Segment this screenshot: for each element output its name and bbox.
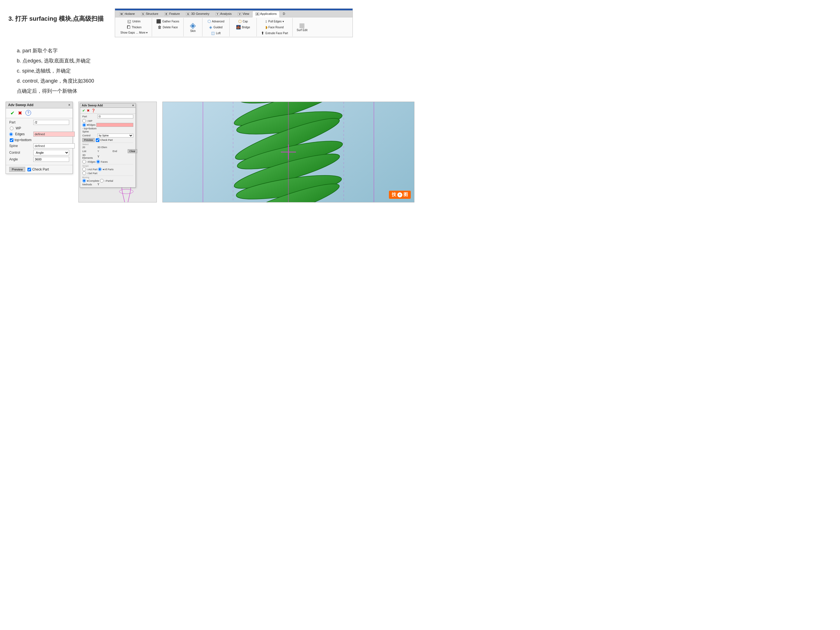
cap-button[interactable]: ⬡ Cap <box>232 19 254 24</box>
mini-3dval: Y <box>98 155 99 158</box>
mini-selpart-radio[interactable] <box>82 171 86 175</box>
logo-sub: 图 <box>403 192 408 198</box>
mini-preview-button[interactable]: Preview <box>82 138 95 142</box>
step-c: c. spine,选轴线，并确定 <box>17 66 412 76</box>
mini-cancel-button[interactable]: ✖ <box>87 109 90 112</box>
surf-edit-label: Surf Edit <box>297 28 308 32</box>
adv-col: ⬡ Advanced ◈ Guided ◫ Loft <box>205 19 227 36</box>
tab-structure[interactable]: S Structure <box>138 11 161 17</box>
mini-part-input[interactable] <box>98 115 133 118</box>
edges-input[interactable] <box>33 132 75 137</box>
part-input[interactable] <box>33 120 69 125</box>
edges-radio[interactable] <box>9 133 13 136</box>
tab-d[interactable]: D <box>280 11 288 17</box>
angle-label: Angle <box>9 157 32 161</box>
dialog-help-button[interactable]: ? <box>25 110 31 116</box>
mini-boxing-section: Boxing <box>82 175 133 178</box>
extrude-face-part-button[interactable]: ⬆ Extrude Face Part <box>259 30 290 36</box>
untrim-label: Untrim <box>132 20 140 23</box>
mini-faces-radio[interactable] <box>96 160 100 164</box>
mini-allparts-radio[interactable] <box>98 167 102 171</box>
logo-badge: 技 + 图 <box>389 191 411 199</box>
skin-button[interactable]: ◈ Skin <box>186 19 200 35</box>
mini-part-label: Part <box>82 115 96 118</box>
topbottom-label: top+bottom <box>14 138 32 142</box>
extrude-icon: ⬆ <box>261 31 264 35</box>
dialog-close-button[interactable]: × <box>68 103 70 107</box>
wp-radio[interactable] <box>10 126 13 130</box>
dialog-row-angle: Angle <box>9 157 69 162</box>
control-select[interactable]: Angle by Spine Normal <box>33 150 69 155</box>
dialog-title: Adv Sweep Add <box>8 103 33 107</box>
guided-button[interactable]: ◈ Guided <box>205 24 227 30</box>
advanced-button[interactable]: ⬡ Advanced <box>205 19 227 24</box>
tab-analysis[interactable]: Y Analysis <box>213 11 235 17</box>
control-label: Control <box>9 151 32 155</box>
topbottom-checkbox[interactable] <box>10 138 13 142</box>
mini-3delements-row: 3D Elements Y <box>82 154 133 159</box>
mini-partial-radio[interactable] <box>100 179 104 183</box>
preview-button[interactable]: Preview <box>9 167 25 172</box>
thicken-button[interactable]: ⧠ Thicken <box>118 24 150 30</box>
tab-view[interactable]: V View <box>235 11 252 17</box>
dialog-toolbar: ✔ ✖ ? <box>6 108 73 118</box>
mini-wp-radio[interactable] <box>82 119 86 123</box>
mini-help-button[interactable]: ❓ <box>91 109 95 112</box>
mini-edges-radio2[interactable] <box>82 160 86 164</box>
face-round-label: Face Round <box>268 26 284 29</box>
mini-edges-row: ●Edges <box>82 123 133 127</box>
mini-scope-section: Scope <box>82 164 133 167</box>
tab-feature[interactable]: E Feature <box>161 11 183 17</box>
mini-3d-row: 20 3D Elem <box>82 146 133 149</box>
face-round-icon: ◗ <box>265 25 267 29</box>
mini-edges-radio-btn[interactable] <box>82 123 86 127</box>
loft-button[interactable]: ◫ Loft <box>205 30 227 36</box>
mini-control-label: Control <box>82 134 96 137</box>
dialog-body: Part WP Edges top+bottom <box>6 118 73 165</box>
key-y: Y <box>216 12 219 16</box>
cap-label: Cap <box>243 20 248 23</box>
mini-control-select[interactable]: by Spine Angle <box>98 134 133 137</box>
delete-face-button[interactable]: 🗑 Delete Face <box>154 24 181 30</box>
spine-input[interactable] <box>33 144 75 148</box>
surface-edit-col: ◱ Untrim ⧠ Thicken Show Gaps ... More ▾ <box>118 19 150 35</box>
show-gaps-label: Show Gaps <box>120 31 135 34</box>
dialog-ok-button[interactable]: ✔ <box>10 110 14 116</box>
mini-preview-row: Preview Check Part <box>82 138 133 142</box>
check-part-checkbox[interactable] <box>27 168 31 171</box>
svg-point-4 <box>119 189 133 194</box>
untrim-button[interactable]: ◱ Untrim <box>118 19 150 24</box>
tab-rkolane[interactable]: W rkolane <box>116 11 138 17</box>
mini-body: Part ○WP ●Edges - top+bottom Spine <box>80 114 136 187</box>
dialog-cancel-button[interactable]: ✖ <box>18 110 22 116</box>
surface-edit-items: ◱ Untrim ⧠ Thicken Show Gaps ... More ▾ <box>118 19 150 35</box>
mini-edges-input[interactable] <box>96 123 133 127</box>
advanced-label: Advanced <box>212 20 224 23</box>
skin-icon: ◈ <box>190 22 196 29</box>
key-s: S <box>141 12 145 16</box>
face-round-button[interactable]: ◗ Face Round <box>259 24 290 30</box>
mini-topbottom-row: - top+bottom <box>82 127 133 130</box>
pull-items: ↕ Pull Edges ▾ ◗ Face Round ⬆ Extrude Fa… <box>259 19 290 36</box>
bridge-button[interactable]: 🌉 Bridge <box>232 24 254 30</box>
mini-actpart-radio[interactable] <box>82 167 86 171</box>
cap-items: ⬡ Cap 🌉 Bridge <box>232 19 254 30</box>
mini-clear-button[interactable]: Clear <box>128 149 137 153</box>
ribbon-group-gather: ⬛ Gather Faces 🗑 Delete Face <box>152 18 184 36</box>
mini-end-label: End <box>112 150 126 153</box>
dialog-footer: Preview Check Part <box>6 165 73 174</box>
tab-applications[interactable]: A Applications <box>252 11 280 17</box>
pull-edges-button[interactable]: ↕ Pull Edges ▾ <box>259 19 290 24</box>
mini-check-part-checkbox[interactable] <box>96 138 99 142</box>
tab-3dgeometry[interactable]: G 3D Geometry <box>183 11 213 17</box>
angle-input[interactable] <box>33 157 69 162</box>
gather-faces-button[interactable]: ⬛ Gather Faces <box>154 19 181 24</box>
show-gaps-button[interactable]: Show Gaps ... More ▾ <box>118 30 150 35</box>
surf-edit-button[interactable]: ▦ Surf Edit <box>295 19 309 35</box>
mini-3delements-label: 3D Elements <box>82 154 96 159</box>
logo-plus-text: + <box>399 193 401 197</box>
mini-complete-radio[interactable] <box>82 179 86 183</box>
step-d: d. control, 选angle，角度比如3600 <box>17 76 412 86</box>
mini-ok-button[interactable]: ✔ <box>82 109 85 112</box>
mini-close-button[interactable]: × <box>132 104 134 107</box>
